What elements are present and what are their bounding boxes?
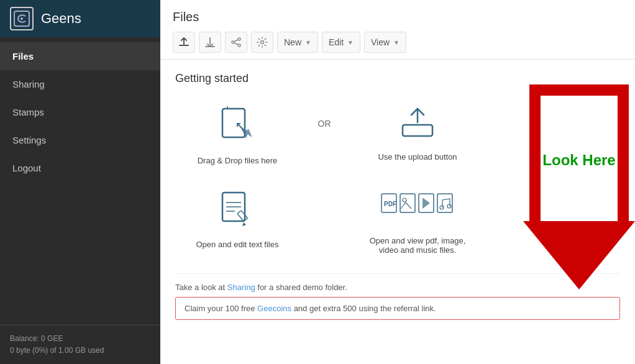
- edit-text-label: Open and edit text files: [196, 240, 279, 249]
- toolbar: New ▼ Edit ▼ View ▼: [173, 32, 623, 53]
- sidebar-footer: Balance: 0 GEE 0 byte (0%) of 1.00 GB us…: [0, 325, 160, 364]
- gear-icon: [257, 37, 268, 48]
- svg-rect-7: [403, 125, 432, 136]
- sidebar-header: Geens: [0, 0, 160, 37]
- upload-button[interactable]: [173, 32, 195, 53]
- share-button[interactable]: [225, 32, 247, 53]
- svg-point-5: [261, 41, 264, 44]
- feature-drag-drop: Drag & Drop files here: [175, 100, 299, 171]
- feature-view-files: PDF Open and vie: [349, 184, 486, 261]
- promo-bar: Claim your 100 free Geecoins and get ext…: [175, 297, 620, 320]
- or-separator: OR: [299, 100, 349, 129]
- view-label: View: [371, 37, 390, 47]
- new-dropdown[interactable]: New ▼: [277, 32, 318, 53]
- edit-label: Edit: [329, 37, 344, 47]
- storage-label: 0 byte (0%) of 1.00 GB used: [10, 345, 150, 357]
- sharing-text: Take a look at Sharing for a shared demo…: [175, 283, 620, 292]
- drag-drop-label: Drag & Drop files here: [198, 156, 278, 165]
- new-label: New: [284, 37, 301, 47]
- view-files-icon: PDF: [380, 190, 455, 230]
- app-logo: [10, 7, 34, 30]
- sidebar-item-settings[interactable]: Settings: [0, 126, 160, 154]
- edit-text-icon: [220, 190, 255, 234]
- sidebar-item-stamps[interactable]: Stamps: [0, 98, 160, 126]
- edit-dropdown-arrow: ▼: [347, 39, 354, 46]
- download-icon: [204, 37, 216, 48]
- edit-dropdown[interactable]: Edit ▼: [322, 32, 360, 53]
- svg-point-2: [238, 38, 240, 40]
- svg-rect-9: [237, 211, 247, 221]
- gear-button[interactable]: [251, 32, 273, 53]
- sharing-section: Take a look at Sharing for a shared demo…: [175, 273, 620, 292]
- drag-drop-icon: [220, 106, 255, 150]
- view-files-label: Open and view pdf, image, video and musi…: [362, 236, 473, 255]
- sidebar-nav: Files Sharing Stamps Settings Logout: [0, 37, 160, 325]
- share-icon: [231, 37, 242, 48]
- upload-icon: [178, 37, 190, 48]
- app-title: Geens: [41, 11, 81, 27]
- page-title: Files: [173, 10, 623, 24]
- sidebar-item-logout[interactable]: Logout: [0, 154, 160, 182]
- new-dropdown-arrow: ▼: [305, 39, 311, 46]
- svg-rect-12: [400, 194, 415, 212]
- view-dropdown-arrow: ▼: [393, 39, 400, 46]
- feature-edit-text: Open and edit text files: [175, 184, 299, 255]
- feature-upload: Use the upload button: [349, 100, 486, 168]
- sidebar: Geens Files Sharing Stamps Settings Logo…: [0, 0, 160, 364]
- svg-point-13: [403, 198, 406, 202]
- main-scrollable: Getting started Drag & Drop files here: [160, 60, 635, 364]
- svg-rect-18: [529, 84, 629, 96]
- sharing-link[interactable]: Sharing: [227, 283, 255, 292]
- balance-label: Balance: 0 GEE: [10, 333, 150, 345]
- main-header: Files: [160, 0, 635, 60]
- view-dropdown[interactable]: View ▼: [364, 32, 406, 53]
- svg-point-4: [238, 44, 240, 47]
- svg-point-17: [447, 204, 451, 208]
- upload-feature-icon: [400, 106, 435, 146]
- sidebar-item-sharing[interactable]: Sharing: [0, 70, 160, 98]
- svg-point-1: [21, 17, 23, 20]
- svg-point-16: [440, 206, 444, 209]
- sidebar-item-files[interactable]: Files: [0, 42, 160, 70]
- main-content-area: Files: [160, 0, 635, 364]
- promo-link[interactable]: Geecoins: [257, 304, 291, 313]
- svg-point-3: [232, 41, 234, 43]
- svg-text:PDF: PDF: [384, 201, 396, 207]
- svg-rect-6: [222, 109, 245, 137]
- download-button[interactable]: [199, 32, 221, 53]
- getting-started-title: Getting started: [175, 72, 620, 85]
- upload-feature-label: Use the upload button: [378, 152, 457, 162]
